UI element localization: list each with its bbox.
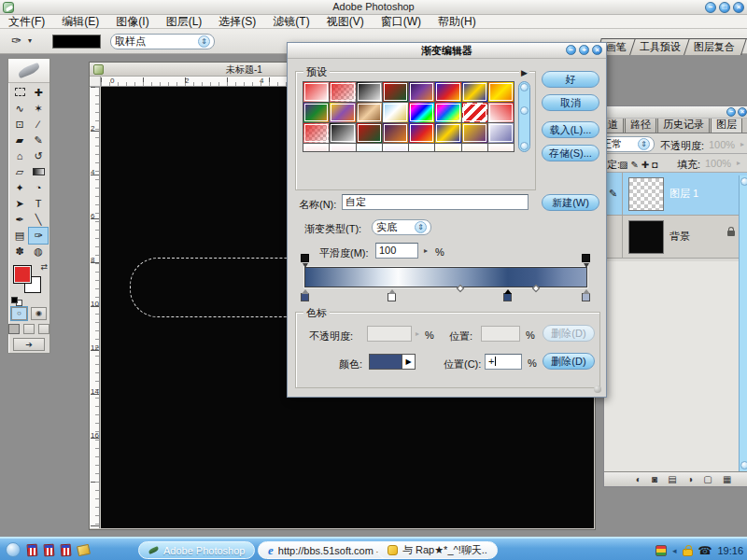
type-tool[interactable]: T [29, 196, 48, 212]
panel-tabs-more-icon[interactable]: ▸ [743, 123, 747, 133]
smoothness-input[interactable]: 100 [375, 243, 418, 259]
jump-to-imageready-button[interactable]: ➔ [13, 338, 45, 351]
tray-collapse-icon[interactable]: ◂ [672, 546, 677, 555]
presets-menu-icon[interactable]: ▶ [519, 68, 529, 77]
layer-thumbnail[interactable] [628, 177, 664, 211]
eyedropper-icon[interactable]: ✑ [11, 34, 21, 48]
brush-tool[interactable]: ✎ [29, 133, 48, 148]
quick-launch-icon-4[interactable] [77, 543, 91, 555]
gradient-preset-32[interactable] [488, 144, 514, 152]
stop-color-menu-icon[interactable]: ▶ [402, 354, 416, 370]
gradient-preset-28[interactable] [383, 144, 408, 152]
midpoint-diamond[interactable] [532, 285, 540, 292]
quick-launch-icon-2[interactable] [44, 543, 55, 556]
menu-view[interactable]: 视图(V) [318, 14, 373, 30]
gradient-preset-26[interactable] [330, 144, 355, 152]
adjustment-layer-icon[interactable]: ◑ [687, 474, 693, 484]
eraser-tool[interactable]: ▱ [10, 164, 29, 180]
visibility-indicator[interactable] [604, 216, 623, 258]
smoothness-arrow-icon[interactable]: ▸ [424, 246, 428, 255]
gradient-preset-29[interactable] [409, 144, 434, 152]
default-colors-icon[interactable] [11, 297, 18, 303]
gradient-preset-24[interactable] [488, 123, 514, 143]
save-button[interactable]: 存储(S)... [542, 145, 599, 161]
task-qq-chat-button[interactable]: 与 Rap★*_^!聊天.. [377, 541, 498, 559]
path-selection-tool[interactable]: ➤ [10, 196, 29, 212]
dialog-title-bar[interactable]: 渐变编辑器 − + × [288, 43, 606, 59]
clone-stamp-tool[interactable]: ⌂ [10, 148, 29, 164]
color-stop[interactable] [388, 293, 396, 301]
blur-tool[interactable]: ✦ [10, 180, 29, 196]
hand-tool[interactable]: ✽ [10, 244, 29, 259]
menu-filter[interactable]: 滤镜(T) [264, 14, 317, 30]
panel-minimize-icon[interactable]: − [726, 107, 736, 117]
gradient-preset-31[interactable] [462, 144, 487, 152]
gradient-preset-30[interactable] [435, 144, 460, 152]
minimize-icon[interactable]: − [705, 2, 716, 13]
gradient-preset-25[interactable] [303, 144, 329, 152]
swap-colors-icon[interactable]: ⇄ [40, 262, 48, 272]
menu-window[interactable]: 窗口(W) [373, 14, 430, 30]
lock-all-icon[interactable]: ◘ [652, 160, 657, 170]
ok-button[interactable]: 好 [542, 71, 599, 88]
resize-grip[interactable] [594, 385, 601, 393]
gradient-preset-4[interactable] [383, 82, 408, 102]
gradient-preview-bar[interactable] [304, 267, 587, 287]
stop-color-swatch[interactable] [369, 354, 402, 370]
gradient-preset-27[interactable] [357, 144, 382, 152]
gradient-type-dropdown[interactable]: 实底 ⇕ [372, 219, 431, 235]
gradient-preset-12[interactable] [383, 103, 408, 122]
gradient-preset-16[interactable] [488, 103, 514, 122]
gradient-tool[interactable] [29, 164, 48, 180]
color-stop[interactable] [582, 293, 590, 301]
gradient-preset-6[interactable] [435, 82, 460, 102]
gradient-preset-11[interactable] [357, 103, 382, 122]
color-stop[interactable] [301, 293, 309, 301]
new-button[interactable]: 新建(W) [542, 194, 599, 211]
quick-launch-icon-3[interactable] [61, 543, 72, 556]
dialog-maximize-icon[interactable]: + [579, 45, 589, 55]
padlock-icon[interactable] [683, 549, 693, 556]
layer-style-icon[interactable]: ◐ [636, 474, 641, 484]
new-group-icon[interactable]: ▤ [668, 474, 676, 484]
standard-mode-button[interactable]: ○ [11, 307, 27, 320]
gradient-preset-8[interactable] [488, 82, 514, 102]
gradient-preset-13[interactable] [409, 103, 434, 122]
quick-launch-icon-1[interactable] [27, 543, 38, 556]
gradient-preset-15[interactable] [462, 103, 487, 122]
menu-select[interactable]: 选择(S) [210, 14, 264, 30]
gradient-preset-21[interactable] [409, 123, 434, 143]
show-desktop-icon[interactable] [6, 542, 21, 557]
opacity-stop[interactable] [301, 254, 309, 262]
menu-help[interactable]: 帮助(H) [430, 14, 485, 30]
menu-layer[interactable]: 图层(L) [158, 14, 211, 30]
menu-file[interactable]: 文件(F) [0, 14, 53, 30]
maximize-icon[interactable]: □ [719, 2, 730, 13]
line-tool[interactable]: ╲ [29, 212, 48, 228]
pen-tool[interactable]: ✒ [10, 212, 29, 228]
scroll-down-icon[interactable] [520, 142, 529, 150]
panel-tab-2[interactable]: 路径 [625, 119, 656, 133]
panel-tab-3[interactable]: 历史记录 [657, 119, 710, 133]
scroll-down-icon[interactable] [740, 461, 747, 469]
paintbrush-indicator-icon[interactable]: ✎ [604, 173, 623, 215]
color-sample-swatch[interactable] [52, 35, 101, 49]
fullscreen-button[interactable] [38, 324, 49, 334]
layer-row-background[interactable]: 背景 [604, 216, 747, 259]
tool-preset-caret-icon[interactable]: ▾ [28, 36, 32, 45]
presets-scrollbar[interactable] [518, 81, 530, 152]
zoom-tool[interactable]: ◍ [29, 244, 48, 259]
layers-panel-header[interactable]: − × [604, 106, 747, 119]
opacity-stop[interactable] [582, 254, 590, 262]
gradient-preset-7[interactable] [462, 82, 487, 102]
notes-tool[interactable]: ▤ [10, 228, 29, 244]
stop-position2-input[interactable]: + [485, 354, 522, 370]
gradient-preset-10[interactable] [330, 103, 355, 122]
phone-icon[interactable]: ☎ [698, 544, 712, 557]
panel-close-icon[interactable]: × [738, 107, 747, 117]
sample-size-dropdown[interactable]: 取样点 ⇕ [110, 34, 215, 49]
gradient-preset-22[interactable] [435, 123, 460, 143]
name-input[interactable]: 自定 [342, 194, 529, 210]
gradient-preset-20[interactable] [383, 123, 408, 143]
close-icon[interactable]: × [733, 2, 744, 13]
